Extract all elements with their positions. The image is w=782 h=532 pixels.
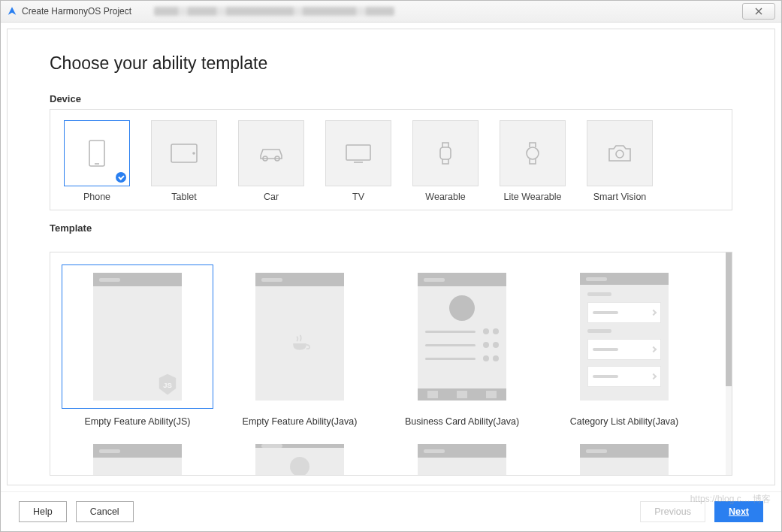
device-option-car[interactable]: Car: [237, 120, 306, 202]
help-button[interactable]: Help: [19, 501, 67, 522]
background-blur-text: [154, 7, 394, 16]
template-selector: JS Empty Feature Ability(JS) Empty Featu…: [50, 252, 732, 476]
template-option-more-4[interactable]: [549, 443, 699, 475]
template-label: Empty Feature Ability(JS): [84, 416, 190, 427]
device-option-tv[interactable]: TV: [324, 120, 393, 202]
phone-icon: [87, 139, 107, 168]
template-option-empty-java[interactable]: Empty Feature Ability(Java): [225, 264, 375, 427]
page-heading: Choose your ability template: [50, 53, 732, 74]
device-option-lite-wearable[interactable]: Lite Wearable: [498, 120, 567, 202]
template-section-label: Template: [50, 222, 732, 234]
device-selector: Phone Tablet Car TV Wearable Lite Wearab: [50, 109, 732, 210]
wearable-icon: [436, 140, 455, 167]
template-label: Business Card Ability(Java): [405, 416, 519, 427]
device-label: Wearable: [425, 192, 465, 202]
camera-icon: [606, 143, 633, 164]
close-icon: [754, 7, 763, 16]
avatar-icon: [449, 295, 475, 321]
svg-text:JS: JS: [163, 381, 172, 389]
template-option-empty-js[interactable]: JS Empty Feature Ability(JS): [62, 264, 213, 427]
template-option-more-2[interactable]: [225, 443, 375, 475]
template-option-business-card[interactable]: Business Card Ability(Java): [387, 264, 537, 427]
cancel-button[interactable]: Cancel: [76, 501, 134, 522]
titlebar: Create HarmonyOS Project: [1, 1, 781, 23]
svg-point-9: [527, 147, 539, 159]
template-label: Category List Ability(Java): [570, 416, 679, 427]
dialog-window: Create HarmonyOS Project Choose your abi…: [0, 0, 782, 532]
next-button[interactable]: Next: [714, 501, 763, 522]
device-option-phone[interactable]: Phone: [62, 120, 131, 202]
template-option-more-1[interactable]: [62, 443, 213, 475]
device-label: Tablet: [171, 192, 196, 202]
device-option-smart-vision[interactable]: Smart Vision: [585, 120, 654, 202]
tv-icon: [343, 142, 373, 165]
lite-wearable-icon: [523, 140, 542, 167]
app-logo-icon: [7, 6, 17, 17]
js-icon: JS: [158, 373, 177, 396]
device-label: Car: [264, 192, 279, 202]
svg-rect-8: [440, 147, 451, 159]
template-scroll-area[interactable]: JS Empty Feature Ability(JS) Empty Featu…: [50, 252, 726, 475]
svg-rect-6: [346, 145, 370, 160]
device-label: Lite Wearable: [504, 192, 562, 202]
device-label: Smart Vision: [593, 192, 647, 202]
window-title: Create HarmonyOS Project: [22, 6, 131, 17]
template-scrollbar[interactable]: [726, 252, 732, 475]
tablet-icon: [169, 142, 199, 165]
svg-point-3: [193, 153, 195, 154]
template-option-category-list[interactable]: Category List Ability(Java): [549, 264, 699, 427]
device-label: Phone: [83, 192, 110, 202]
car-icon: [256, 144, 286, 163]
device-section-label: Device: [50, 93, 732, 104]
dialog-body: Choose your ability template Device Phon…: [7, 29, 775, 485]
check-icon: [116, 172, 126, 183]
device-option-tablet[interactable]: Tablet: [149, 120, 219, 202]
template-option-more-3[interactable]: [387, 443, 537, 475]
svg-point-10: [616, 150, 623, 158]
window-close-button[interactable]: [742, 3, 775, 20]
java-icon: [289, 333, 310, 354]
template-label: Empty Feature Ability(Java): [243, 416, 358, 427]
svg-rect-0: [89, 141, 104, 166]
dialog-footer: Help Cancel Previous Next: [1, 491, 781, 531]
device-label: TV: [352, 192, 364, 202]
previous-button: Previous: [640, 501, 705, 522]
device-option-wearable[interactable]: Wearable: [411, 120, 480, 202]
